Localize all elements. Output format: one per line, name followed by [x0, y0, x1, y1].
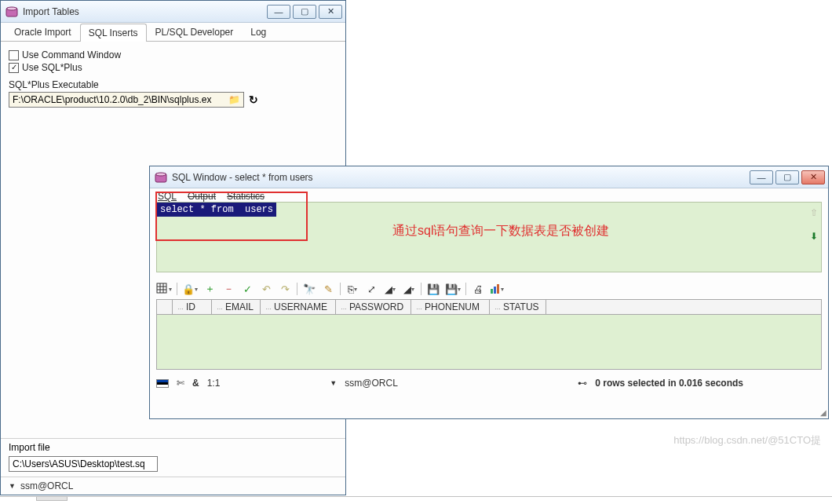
minimize-button[interactable]: —	[267, 5, 290, 19]
grid-toolbar: ▾ 🔒▾ ＋ － ✓ ↶ ↷ 🔭 ✎ ⎘▾ ⤢ ◢▾ ◢▾ 💾 💾▾ 🖨 ▾	[156, 282, 822, 296]
app-icon	[5, 5, 18, 18]
undo-button[interactable]: ↶	[259, 282, 273, 296]
connection-label: ssm@ORCL	[20, 480, 74, 491]
col-status[interactable]: …STATUS	[490, 300, 546, 314]
tab-sql[interactable]: SQL	[158, 191, 177, 202]
sqlplus-exec-value: F:\ORACLE\product\10.2.0\db_2\BIN\sqlplu…	[13, 94, 211, 105]
checkbox-label: Use SQL*Plus	[22, 62, 82, 73]
titlebar[interactable]: Import Tables — ▢ ✕	[1, 1, 345, 23]
checkbox-icon: ✓	[9, 63, 19, 73]
rows-selected: 0 rows selected in 0.016 seconds	[595, 378, 743, 389]
edit-icon[interactable]: ✎	[321, 282, 335, 296]
tab-pane: Use Command Window ✓ Use SQL*Plus SQL*Pl…	[1, 42, 345, 114]
col-password[interactable]: …PASSWORD	[336, 300, 411, 314]
pin-icon[interactable]: ⊷	[578, 378, 587, 389]
add-row-button[interactable]: ＋	[203, 282, 217, 296]
use-sqlplus-checkbox[interactable]: ✓ Use SQL*Plus	[9, 62, 338, 73]
tab-plsql-developer[interactable]: PL/SQL Developer	[147, 23, 243, 41]
scroll-down-icon[interactable]: ⬇	[810, 231, 818, 242]
saveas-icon[interactable]: 💾▾	[445, 282, 461, 296]
scrollbar-piece	[36, 496, 68, 501]
cursor-pos: 1:1	[207, 378, 221, 389]
sql-editor[interactable]: select * from users 通过sql语句查询一下数据表是否被创建 …	[156, 202, 822, 272]
resize-grip[interactable]: ◢	[820, 408, 827, 417]
redo-button[interactable]: ↷	[278, 282, 292, 296]
col-phonenum[interactable]: …PHONENUM	[411, 300, 490, 314]
svg-point-3	[156, 173, 166, 176]
separator	[421, 283, 421, 295]
scissors-icon[interactable]: ✄	[177, 378, 184, 389]
page-border	[0, 496, 832, 504]
sqlplus-exec-field[interactable]: F:\ORACLE\product\10.2.0\db_2\BIN\sqlplu…	[9, 92, 244, 108]
minimize-button[interactable]: —	[750, 170, 773, 184]
sql-query-text: select * from users	[157, 203, 276, 217]
sql-window: SQL Window - select * from users — ▢ ✕ S…	[149, 166, 829, 419]
close-button[interactable]: ✕	[801, 170, 825, 184]
flag-icon	[156, 379, 169, 388]
copy-icon[interactable]: ⎘▾	[345, 282, 359, 296]
tab-sql-inserts[interactable]: SQL Inserts	[80, 24, 147, 42]
chevron-down-icon[interactable]: ▼	[330, 379, 337, 387]
sort-desc-icon[interactable]: ◢▾	[402, 282, 416, 296]
checkbox-icon	[9, 50, 19, 60]
use-command-window-checkbox[interactable]: Use Command Window	[9, 49, 338, 60]
grid-button[interactable]: ▾	[156, 282, 172, 296]
result-grid[interactable]: …ID …EMAIL …USERNAME …PASSWORD …PHONENUM…	[156, 299, 822, 370]
app-icon	[155, 171, 167, 184]
expand-icon[interactable]: ⤢	[364, 282, 378, 296]
print-icon[interactable]: 🖨	[471, 282, 485, 296]
close-button[interactable]: ✕	[319, 5, 342, 19]
separator	[297, 283, 297, 295]
tab-log[interactable]: Log	[242, 23, 275, 41]
grid-header: …ID …EMAIL …USERNAME …PASSWORD …PHONENUM…	[157, 300, 821, 315]
tab-oracle-import[interactable]: Oracle Import	[5, 23, 80, 41]
commit-button[interactable]: ✓	[240, 282, 254, 296]
sqlplus-exec-label: SQL*Plus Executable	[9, 79, 338, 90]
svg-point-1	[7, 7, 17, 10]
import-file-field[interactable]: C:\Users\ASUS\Desktop\test.sq	[9, 456, 158, 472]
find-icon[interactable]: 🔭	[302, 282, 316, 296]
result-tabs: SQL Output Statistics	[150, 188, 828, 202]
connection-bar[interactable]: ▼ ssm@ORCL	[1, 477, 345, 495]
chevron-down-icon: ▼	[9, 482, 16, 490]
tab-statistics[interactable]: Statistics	[227, 191, 265, 202]
chart-icon[interactable]: ▾	[490, 282, 504, 296]
folder-icon[interactable]: 📁	[228, 94, 240, 105]
maximize-button[interactable]: ▢	[775, 170, 799, 184]
tab-bar: Oracle Import SQL Inserts PL/SQL Develop…	[1, 23, 345, 42]
col-email[interactable]: …EMAIL	[212, 300, 261, 314]
tab-output[interactable]: Output	[188, 191, 216, 202]
titlebar[interactable]: SQL Window - select * from users — ▢ ✕	[150, 166, 828, 188]
save-icon[interactable]: 💾	[426, 282, 440, 296]
separator	[177, 283, 177, 295]
watermark: https://blog.csdn.net/@51CTO提	[673, 433, 821, 447]
row-selector-col[interactable]	[157, 300, 173, 314]
amp-icon[interactable]: &	[192, 378, 199, 389]
col-username[interactable]: …USERNAME	[261, 300, 336, 314]
window-title: Import Tables	[23, 6, 267, 17]
svg-rect-11	[497, 284, 499, 294]
scroll-up-icon[interactable]: ⇧	[810, 207, 818, 218]
separator	[340, 283, 341, 295]
status-connection: ssm@ORCL	[345, 378, 398, 389]
import-file-value: C:\Users\ASUS\Desktop\test.sq	[13, 458, 145, 469]
status-bar: ✄ & 1:1 ▼ ssm@ORCL ⊷ 0 rows selected in …	[156, 378, 822, 389]
delete-row-button[interactable]: －	[221, 282, 235, 296]
refresh-icon[interactable]: ↻	[249, 93, 258, 106]
import-file-label: Import file	[9, 442, 338, 453]
svg-rect-10	[494, 287, 496, 294]
col-id[interactable]: …ID	[173, 300, 212, 314]
svg-rect-4	[157, 283, 166, 293]
maximize-button[interactable]: ▢	[293, 5, 316, 19]
annotation-text: 通过sql语句查询一下数据表是否被创建	[392, 223, 609, 239]
window-title: SQL Window - select * from users	[172, 172, 750, 183]
lock-icon[interactable]: 🔒▾	[182, 282, 198, 296]
separator	[465, 283, 466, 295]
checkbox-label: Use Command Window	[22, 49, 121, 60]
svg-rect-9	[491, 289, 493, 294]
sort-asc-icon[interactable]: ◢▾	[383, 282, 397, 296]
